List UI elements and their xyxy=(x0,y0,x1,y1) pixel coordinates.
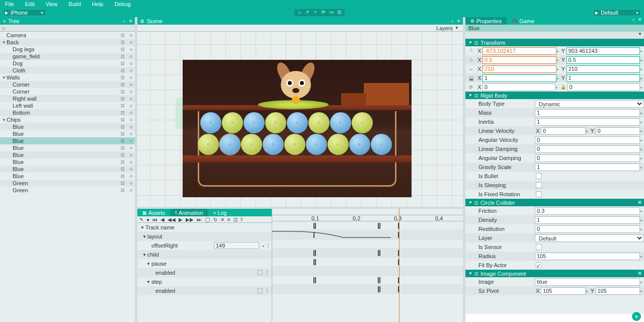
chip[interactable] xyxy=(328,134,349,155)
tree-node-blue[interactable]: Blue⊡ xyxy=(0,144,135,151)
tree-node-blue[interactable]: Blue⊡ xyxy=(0,158,135,166)
minimize-icon[interactable]: ○ xyxy=(123,19,126,24)
scene-tree[interactable]: Camera⊡▼Back⊡Dog legs⊡game_field⊡Dog⊡Clo… xyxy=(0,32,135,322)
timeline[interactable]: 0,10,20,30,40,50,60,7 xyxy=(272,209,463,322)
track-pause[interactable]: ▼pause xyxy=(137,259,272,268)
anim-btn-9[interactable]: ↻ xyxy=(213,217,217,222)
object-name[interactable]: Blue xyxy=(465,25,644,32)
anim-btn-10[interactable]: ✕ xyxy=(220,217,224,222)
close-icon[interactable]: ✕ xyxy=(457,19,461,24)
menu-edit[interactable]: Edit xyxy=(25,1,35,7)
log-tab[interactable]: ≡Log xyxy=(208,209,232,216)
chip[interactable] xyxy=(287,112,308,133)
minimize-icon[interactable]: ○ xyxy=(451,19,454,24)
remove-icon[interactable]: ✕ xyxy=(637,270,642,277)
anim-btn-13[interactable]: ⦀ xyxy=(240,216,243,222)
menubar[interactable]: FileEditViewBuildHelpDebug xyxy=(0,0,644,8)
anim-btn-11[interactable]: ≡ xyxy=(227,217,230,222)
tree-node-cloth[interactable]: Cloth⊡ xyxy=(0,67,135,74)
bottom-tabs[interactable]: ▦Assets ⫴Animation ≡Log xyxy=(137,209,272,216)
tree-node-green[interactable]: Green⊡ xyxy=(0,180,135,187)
chip[interactable] xyxy=(263,134,284,155)
playhead[interactable] xyxy=(399,209,399,322)
menu-view[interactable]: View xyxy=(46,1,58,7)
tree-node-back[interactable]: ▼Back⊡ xyxy=(0,39,135,46)
chip[interactable] xyxy=(265,112,286,133)
tree-node-blue[interactable]: Blue⊡ xyxy=(0,151,135,158)
track-enabled[interactable]: enabled⦙ xyxy=(137,268,272,277)
ruler[interactable]: 0,10,20,30,40,50,60,7 xyxy=(272,215,463,221)
track-child[interactable]: ▼child xyxy=(137,250,272,259)
tree-node-blue[interactable]: Blue⊡ xyxy=(0,173,135,180)
tree-node-chips[interactable]: ▼Chips⊡ xyxy=(0,116,135,123)
chip[interactable] xyxy=(349,134,370,155)
tree-search[interactable] xyxy=(0,25,135,32)
add-component-button[interactable]: + xyxy=(632,312,641,321)
track-track-name[interactable]: ▼Track name xyxy=(137,223,272,232)
anim-btn-0[interactable]: ✎ xyxy=(139,217,143,222)
tree-node-blue[interactable]: Blue⊡ xyxy=(0,137,135,144)
tree-node-blue[interactable]: Blue⊡ xyxy=(0,123,135,130)
chip[interactable] xyxy=(330,112,351,133)
menu-debug[interactable]: Debug xyxy=(114,1,130,7)
tree-node-corner[interactable]: Corner⊡ xyxy=(0,88,135,95)
tree-node-camera[interactable]: Camera⊡ xyxy=(0,32,135,39)
animation-toolbar[interactable]: ✎●⏮◀◀◀▶▶▶⏭◯↻✕≡⊡⦀ xyxy=(137,216,272,223)
tree-node-blue[interactable]: Blue⊡ xyxy=(0,166,135,173)
tool-3[interactable]: ⟳ xyxy=(320,10,327,16)
properties-tab[interactable]: ⚙Properties xyxy=(465,17,507,25)
chip[interactable] xyxy=(198,134,219,155)
tool-0[interactable]: ⌕ xyxy=(296,10,303,16)
track-offsetright[interactable]: offsetRight⬥⦙ xyxy=(137,241,272,250)
remove-icon[interactable]: ✕ xyxy=(637,199,642,206)
anim-btn-3[interactable]: ◀ xyxy=(160,217,165,222)
tree-node-left-wall[interactable]: Left wall⊡ xyxy=(0,102,135,109)
anim-btn-5[interactable]: ▶ xyxy=(179,217,183,222)
anim-btn-1[interactable]: ● xyxy=(146,217,149,222)
tree-node-green[interactable]: Green⊡ xyxy=(0,187,135,194)
chip[interactable] xyxy=(352,112,373,133)
tags-field[interactable] xyxy=(465,32,644,39)
layout-dropdown[interactable]: Default xyxy=(593,9,641,16)
chip[interactable] xyxy=(371,134,392,155)
anim-btn-7[interactable]: ⏭ xyxy=(197,217,202,222)
tree-node-dog[interactable]: Dog⊡ xyxy=(0,60,135,67)
track-enabled[interactable]: enabled⦙ xyxy=(137,286,272,295)
assets-tab[interactable]: ▦Assets xyxy=(137,209,170,216)
chip[interactable] xyxy=(284,134,305,155)
chip[interactable] xyxy=(219,134,240,155)
anim-btn-12[interactable]: ⊡ xyxy=(233,217,237,222)
tree-node-walls[interactable]: ▼Walls⊡ xyxy=(0,74,135,81)
tool-5[interactable]: ⊡ xyxy=(336,10,343,16)
track-layout[interactable]: ▼layout xyxy=(137,232,272,241)
section-circle-collider[interactable]: ▼⊡Circle Collider✕ xyxy=(465,199,644,206)
section-transform[interactable]: ▼⊡Transform xyxy=(465,39,644,46)
animation-tab[interactable]: ⫴Animation xyxy=(170,209,208,216)
chip[interactable] xyxy=(200,112,221,133)
tree-node-right-wall[interactable]: Right wall⊡ xyxy=(0,95,135,102)
tool-2[interactable]: + xyxy=(312,10,319,16)
anim-btn-8[interactable]: ◯ xyxy=(205,217,210,222)
track-step[interactable]: ▼step xyxy=(137,277,272,286)
layers-dropdown[interactable]: Layers xyxy=(436,25,453,31)
anim-btn-4[interactable]: ◀◀ xyxy=(168,217,176,222)
chip[interactable] xyxy=(308,112,330,133)
game-tab[interactable]: 🎮Game xyxy=(507,17,539,25)
minimize-icon[interactable]: ○ xyxy=(632,17,635,22)
tool-4[interactable]: ▭ xyxy=(328,10,335,16)
tree-node-bottom[interactable]: Bottom⊡ xyxy=(0,109,135,116)
tree-node-corner[interactable]: Corner⊡ xyxy=(0,81,135,88)
target-dropdown[interactable]: iPhone xyxy=(3,9,46,16)
chip[interactable] xyxy=(306,134,327,155)
lock-icon[interactable]: 🔒 xyxy=(559,85,568,90)
chip[interactable] xyxy=(222,112,243,133)
tree-node-dog-legs[interactable]: Dog legs⊡ xyxy=(0,46,135,53)
section-image-component[interactable]: ▼⊡Image Component✕ xyxy=(465,270,644,277)
chip[interactable] xyxy=(241,134,262,155)
tree-node-blue[interactable]: Blue⊡ xyxy=(0,130,135,137)
anim-btn-2[interactable]: ⏮ xyxy=(152,217,157,222)
section-rigid-body[interactable]: ▼⊡Rigid Body xyxy=(465,92,644,99)
menu-file[interactable]: File xyxy=(5,1,14,7)
close-icon[interactable]: ✕ xyxy=(638,17,642,22)
menu-build[interactable]: Build xyxy=(68,1,80,7)
